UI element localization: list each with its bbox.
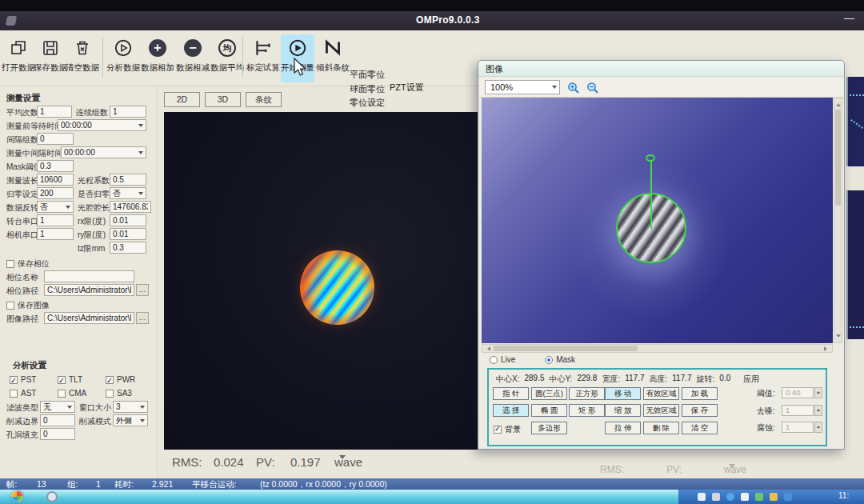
- wavelength-input[interactable]: [37, 174, 74, 186]
- plane-zero-item[interactable]: 平面零位: [350, 68, 385, 82]
- threshold-spinner[interactable]: [814, 387, 822, 398]
- sa3-checkbox[interactable]: SA3: [106, 387, 132, 399]
- mask-radio[interactable]: Mask: [545, 355, 575, 364]
- data-average-button[interactable]: 均 数据平均: [210, 34, 244, 82]
- mask-threshold-input[interactable]: [37, 160, 74, 172]
- pzt-settings-item[interactable]: PZT设置: [390, 82, 424, 94]
- valid-region-button[interactable]: 有效区域: [643, 387, 679, 400]
- analyze-data-button[interactable]: 分析数据: [106, 34, 140, 82]
- pointer-tool-button[interactable]: 指 针: [493, 387, 529, 400]
- data-subtract-button[interactable]: − 数据相减: [176, 34, 210, 82]
- save-image-checkbox[interactable]: 保存图像: [6, 299, 50, 311]
- apply-button[interactable]: 应用: [743, 374, 759, 385]
- zoom-out-button[interactable]: [585, 80, 600, 95]
- clear-data-button[interactable]: 清空数据: [66, 34, 99, 82]
- phase-path-browse-button[interactable]: …: [136, 284, 149, 296]
- save-data-button[interactable]: 保存数据: [34, 34, 67, 82]
- open-data-button[interactable]: 打开数据: [2, 34, 35, 82]
- mask-rotation-handle[interactable]: [646, 154, 655, 162]
- trim-border-input[interactable]: [40, 414, 75, 426]
- polygon-tool-button[interactable]: 多边形: [531, 422, 567, 434]
- save-mask-button[interactable]: 保 存: [682, 404, 718, 417]
- zero-setting-item[interactable]: 零位设定: [350, 96, 385, 110]
- scrollbar-thumb[interactable]: [835, 110, 841, 206]
- is-zero-combo[interactable]: 否: [110, 187, 146, 199]
- filter-type-combo[interactable]: 无: [40, 401, 75, 413]
- image-path-input[interactable]: [44, 312, 134, 324]
- move-tool-button[interactable]: 移 动: [605, 387, 641, 400]
- cma-checkbox[interactable]: CMA: [58, 387, 86, 399]
- tray-icon[interactable]: [755, 493, 763, 501]
- stretch-tool-button[interactable]: 拉 伸: [605, 422, 641, 434]
- tray-icon[interactable]: [712, 493, 720, 501]
- camera-view-canvas[interactable]: [482, 98, 833, 343]
- circle-3pt-tool-button[interactable]: 圆(三点): [531, 387, 567, 400]
- phase-map-canvas[interactable]: [164, 112, 513, 450]
- load-mask-button[interactable]: 加 载: [682, 387, 718, 400]
- live-radio[interactable]: Live: [490, 355, 515, 364]
- tz-limit-input[interactable]: [110, 242, 146, 254]
- erode-spinner[interactable]: [814, 422, 822, 433]
- threshold-value[interactable]: 0.40: [782, 387, 814, 398]
- tab-3d[interactable]: 3D: [205, 92, 241, 107]
- avg-times-input[interactable]: [37, 106, 72, 118]
- tlt-checkbox[interactable]: TLT: [58, 374, 82, 386]
- delete-mask-button[interactable]: 删 除: [643, 422, 679, 434]
- scale-tool-button[interactable]: 缩 放: [605, 404, 641, 417]
- denoise-spinner[interactable]: [814, 405, 822, 416]
- trim-mode-combo[interactable]: 外侧: [113, 414, 148, 426]
- pst-checkbox[interactable]: PST: [10, 374, 36, 386]
- tilt-fringe-button[interactable]: 倾斜条纹: [316, 34, 350, 82]
- cont-groups-input[interactable]: [110, 106, 146, 118]
- select-tool-button[interactable]: 选 择: [493, 404, 529, 417]
- ellipse-tool-button[interactable]: 椭 圆: [531, 404, 567, 417]
- tab-2d[interactable]: 2D: [164, 92, 200, 107]
- wait-before-combo[interactable]: 00:00:00: [58, 119, 146, 131]
- zero-set-input[interactable]: [37, 187, 74, 199]
- sphere-zero-item[interactable]: 球面零位: [350, 82, 385, 97]
- square-tool-button[interactable]: 正方形: [569, 387, 605, 400]
- erode-value[interactable]: 1: [782, 422, 814, 433]
- camera-port-input[interactable]: [37, 228, 74, 240]
- window-size-combo[interactable]: 3: [113, 401, 148, 413]
- pwr-checkbox[interactable]: PWR: [106, 374, 135, 386]
- stage-port-input[interactable]: [37, 214, 74, 226]
- tab-fringe[interactable]: 条纹: [246, 92, 282, 107]
- save-phase-checkbox[interactable]: 保存相位: [6, 258, 50, 270]
- tray-icon[interactable]: [741, 493, 749, 501]
- image-path-browse-button[interactable]: …: [136, 312, 149, 324]
- invalid-region-button[interactable]: 无效区域: [643, 404, 679, 417]
- interval-time-combo[interactable]: 00:00:00: [61, 146, 146, 158]
- clear-data-icon: [66, 34, 99, 62]
- tray-icon[interactable]: [698, 493, 706, 501]
- rect-tool-button[interactable]: 矩 形: [569, 404, 605, 417]
- minimize-button[interactable]: —: [844, 12, 854, 24]
- calibrate-button[interactable]: 标定试算: [246, 34, 280, 82]
- clear-mask-button[interactable]: 清 空: [682, 422, 718, 434]
- zoom-in-button[interactable]: [566, 80, 581, 95]
- data-invert-combo[interactable]: 否: [37, 201, 74, 213]
- zoom-level-combo[interactable]: 100%: [485, 80, 560, 94]
- data-add-button[interactable]: + 数据相加: [141, 34, 174, 82]
- tray-icon[interactable]: [784, 493, 792, 501]
- phase-path-input[interactable]: [44, 284, 134, 296]
- ry-limit-input[interactable]: [110, 228, 146, 240]
- taskbar-app-icon[interactable]: [46, 491, 58, 502]
- ast-checkbox[interactable]: AST: [10, 387, 36, 399]
- optical-coeff-input[interactable]: [110, 174, 146, 186]
- image-window-titlebar[interactable]: 图像: [478, 61, 844, 77]
- tray-icon[interactable]: [726, 493, 734, 501]
- tray-icon[interactable]: [770, 493, 778, 501]
- background-checkbox[interactable]: 背景: [494, 424, 521, 435]
- rx-limit-input[interactable]: [110, 214, 146, 226]
- horizontal-scrollbar[interactable]: [482, 344, 833, 353]
- scrollbar-thumb[interactable]: [494, 346, 638, 351]
- denoise-value[interactable]: 1: [782, 405, 814, 416]
- vertical-scrollbar[interactable]: [834, 98, 842, 343]
- hole-fill-input[interactable]: [40, 428, 75, 440]
- phase-name-input[interactable]: [44, 270, 134, 282]
- cavity-length-input[interactable]: [110, 201, 151, 213]
- system-tray[interactable]: [698, 493, 792, 501]
- start-button[interactable]: [11, 490, 23, 502]
- interval-groups-input[interactable]: [37, 133, 74, 145]
